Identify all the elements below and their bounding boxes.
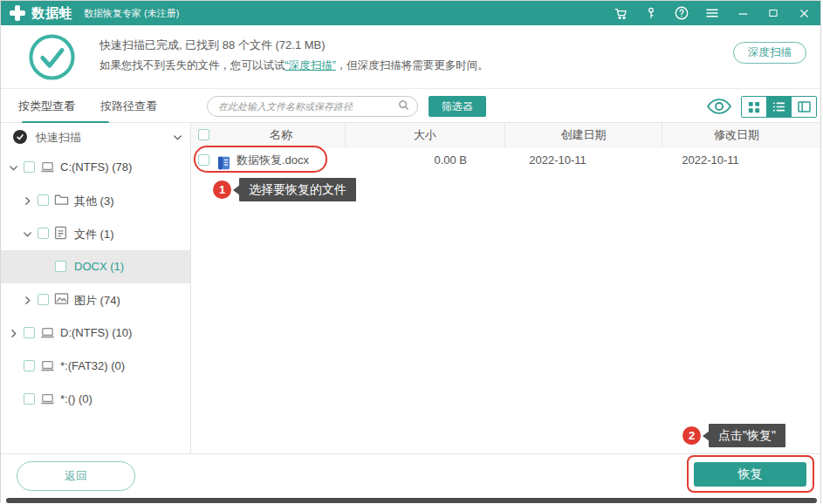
annotation-highlight-recover-button <box>687 455 814 493</box>
tree-item-label: C:(NTFS) (78) <box>60 160 132 174</box>
close-icon[interactable] <box>796 5 812 21</box>
chevron-down-icon[interactable] <box>22 228 33 239</box>
app-subtitle: 数据恢复专家 (未注册) <box>84 7 179 20</box>
checkbox[interactable] <box>38 294 49 305</box>
tree-item-label: 文件 (1) <box>74 227 114 242</box>
filter-button[interactable]: 筛选器 <box>429 96 486 117</box>
app-logo-cross-icon <box>10 5 25 21</box>
scan-status-banner: 快速扫描已完成, 已找到 88 个文件 (72.1 MB) 如果您找不到丢失的文… <box>1 25 820 89</box>
chevron-right-icon[interactable] <box>22 194 33 206</box>
annotation-step1-badge: 1 <box>213 180 231 199</box>
list-view-icon[interactable] <box>766 97 792 117</box>
search-box <box>207 96 418 117</box>
tree-item-fat32-drive[interactable]: *:(FAT32) (0) <box>1 350 190 383</box>
chevron-down-icon <box>172 131 183 146</box>
chevron-down-icon[interactable] <box>8 161 19 173</box>
scan-mode-dropdown[interactable]: 快速扫描 <box>1 123 190 151</box>
hint-text-pre: 如果您找不到丢失的文件，您可以试试 <box>99 59 285 72</box>
minimize-icon[interactable] <box>735 5 751 21</box>
tab-view-by-path[interactable]: 按路径查看 <box>100 89 157 123</box>
file-tree: C:(NTFS) (78) 其他 (3) 文件 (1) DOCX (1) <box>1 151 190 416</box>
file-modified-date: 2022-10-11 <box>636 147 785 174</box>
checkbox[interactable] <box>55 261 66 272</box>
toolbar: 按类型查看 按路径查看 筛选器 <box>1 89 820 123</box>
hint-text-post: ，但深度扫描将需要更多时间。 <box>336 59 489 72</box>
column-header-name[interactable]: 名称 <box>217 123 346 146</box>
tree-item-others[interactable]: 其他 (3) <box>1 184 190 217</box>
drive-icon <box>40 358 55 373</box>
tree-item-label: *:(FAT32) (0) <box>60 359 125 372</box>
main-area: 快速扫描 C:(NTFS) (78) 其他 (3) <box>1 123 820 453</box>
image-icon <box>54 292 69 307</box>
folder-icon <box>54 193 69 208</box>
chevron-right-icon[interactable] <box>22 294 33 305</box>
tree-item-images[interactable]: 图片 (74) <box>1 283 190 317</box>
tab-view-by-type[interactable]: 按类型查看 <box>18 89 75 123</box>
scan-mode-label: 快速扫描 <box>36 130 81 146</box>
checkbox[interactable] <box>24 360 35 371</box>
scan-hint-line: 如果您找不到丢失的文件，您可以试试“深度扫描”，但深度扫描将需要更多时间。 <box>99 58 489 73</box>
checkbox[interactable] <box>24 327 35 338</box>
search-input[interactable] <box>218 101 397 112</box>
sidebar: 快速扫描 C:(NTFS) (78) 其他 (3) <box>1 123 191 453</box>
annotation-step2-badge: 2 <box>682 426 701 445</box>
checkbox[interactable] <box>38 194 49 206</box>
scan-done-check-icon <box>13 130 27 144</box>
scan-result-line: 快速扫描已完成, 已找到 88 个文件 (72.1 MB) <box>99 37 326 53</box>
checkbox[interactable] <box>24 161 35 173</box>
view-toggle-group <box>741 96 817 118</box>
titlebar: 数据蛙 数据恢复专家 (未注册) <box>1 1 820 25</box>
file-created-date: 2022-10-11 <box>479 147 636 174</box>
window-bottom-edge <box>6 498 817 503</box>
checkbox[interactable] <box>38 228 49 239</box>
cart-icon[interactable] <box>613 5 628 21</box>
tree-item-documents[interactable]: 文件 (1) <box>1 217 190 250</box>
eye-preview-icon[interactable] <box>706 97 732 116</box>
menu-icon[interactable] <box>704 5 720 21</box>
checkbox[interactable] <box>24 393 35 405</box>
help-icon[interactable] <box>674 5 689 21</box>
annotation-highlight-file-row <box>194 146 327 173</box>
key-icon[interactable] <box>643 5 659 21</box>
tree-item-unknown-drive[interactable]: *:() (0) <box>1 383 190 416</box>
grid-view-icon[interactable] <box>742 97 766 117</box>
back-button[interactable]: 返回 <box>17 461 135 491</box>
tree-item-label: 图片 (74) <box>74 293 120 309</box>
tree-item-d-drive[interactable]: D:(NTFS) (10) <box>1 317 190 350</box>
column-header-modified[interactable]: 修改日期 <box>662 123 811 146</box>
tree-item-label: D:(NTFS) (10) <box>60 326 132 339</box>
brand-name: 数据蛙 <box>31 5 73 22</box>
table-header: 名称 大小 创建日期 修改日期 <box>191 123 820 147</box>
tree-item-label: DOCX (1) <box>74 260 124 273</box>
annotation-step2-tooltip: 点击"恢复" <box>709 424 785 447</box>
tree-item-label: 其他 (3) <box>74 194 114 209</box>
check-circle-icon <box>27 32 77 82</box>
tree-item-docx[interactable]: DOCX (1) <box>1 250 190 283</box>
annotation-step1-tooltip: 选择要恢复的文件 <box>239 178 356 201</box>
tree-item-c-drive[interactable]: C:(NTFS) (78) <box>1 151 190 184</box>
tree-item-label: *:() (0) <box>60 392 93 405</box>
select-all-checkbox[interactable] <box>198 129 209 140</box>
drive-icon <box>40 392 55 406</box>
app-window: 数据蛙 数据恢复专家 (未注册) <box>0 0 821 503</box>
deep-scan-link[interactable]: “深度扫描” <box>285 59 336 72</box>
search-icon[interactable] <box>397 99 410 115</box>
chevron-right-icon[interactable] <box>8 327 19 338</box>
column-header-created[interactable]: 创建日期 <box>505 123 662 146</box>
document-icon <box>54 226 69 241</box>
drive-icon <box>40 160 55 174</box>
column-header-size[interactable]: 大小 <box>346 123 505 146</box>
deep-scan-button[interactable]: 深度扫描 <box>733 42 806 64</box>
tab-label: 按类型查看 <box>18 99 75 112</box>
drive-icon <box>40 325 55 340</box>
maximize-icon[interactable] <box>765 5 781 21</box>
column-view-icon[interactable] <box>791 97 816 117</box>
